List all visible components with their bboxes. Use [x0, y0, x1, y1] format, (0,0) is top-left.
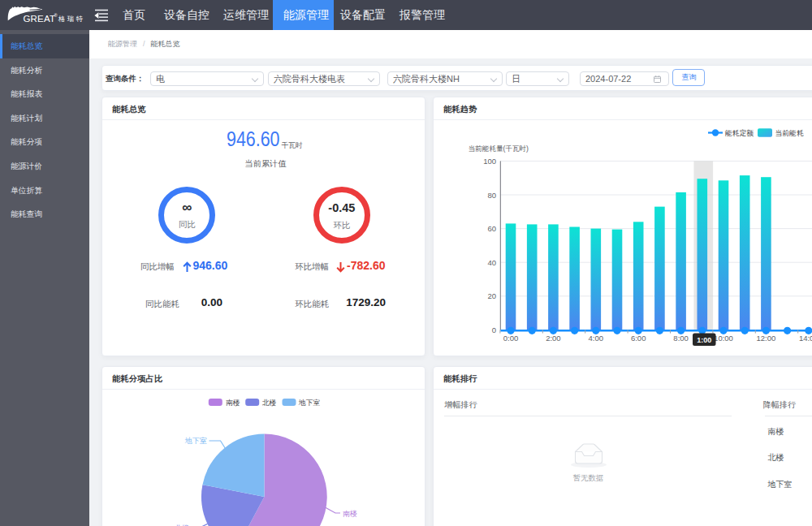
svg-text:0: 0: [492, 326, 496, 334]
svg-text:6:00: 6:00: [631, 334, 646, 343]
svg-text:北楼: 北楼: [262, 399, 277, 407]
svg-text:0:00: 0:00: [503, 334, 519, 343]
svg-text:20: 20: [487, 291, 496, 300]
svg-text:8:00: 8:00: [673, 334, 689, 343]
svg-text:当前能耗量(千瓦时): 当前能耗量(千瓦时): [469, 144, 529, 153]
svg-text:格瑞特: 格瑞特: [58, 15, 84, 23]
svg-text:当前能耗: 当前能耗: [775, 129, 804, 137]
svg-text:能耗定额: 能耗定额: [725, 129, 754, 137]
svg-text:10:00: 10:00: [714, 334, 733, 343]
svg-text:4:00: 4:00: [589, 334, 604, 343]
svg-text:GREAT: GREAT: [23, 14, 55, 24]
svg-text:12:00: 12:00: [757, 334, 776, 343]
svg-text:60: 60: [487, 224, 496, 233]
svg-text:14:00: 14:00: [799, 334, 812, 343]
svg-text:地下室: 地下室: [298, 399, 321, 407]
svg-text:地下室: 地下室: [184, 437, 207, 445]
svg-text:南楼: 南楼: [343, 510, 357, 518]
svg-text:1:00: 1:00: [697, 336, 711, 344]
svg-text:2:00: 2:00: [546, 334, 561, 343]
svg-text:南楼: 南楼: [226, 399, 240, 407]
svg-text:®: ®: [54, 13, 58, 18]
svg-text:100: 100: [483, 157, 496, 166]
svg-text:80: 80: [487, 191, 496, 200]
svg-text:40: 40: [487, 258, 496, 267]
